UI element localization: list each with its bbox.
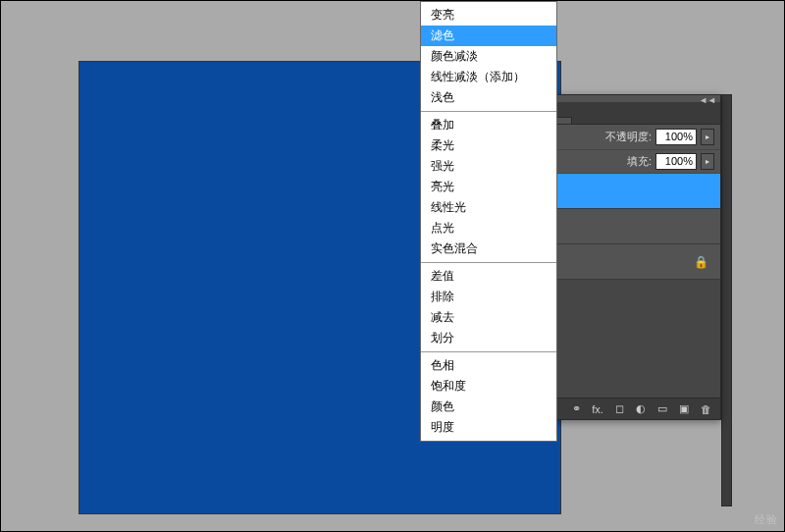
blend-item-hard-light[interactable]: 强光: [421, 156, 556, 177]
blend-item-lighter-color[interactable]: 浅色: [421, 87, 556, 108]
blend-group-lighten: 变亮 滤色 颜色减淡 线性减淡（添加） 浅色: [421, 2, 556, 112]
blend-item-soft-light[interactable]: 柔光: [421, 135, 556, 156]
blend-item-subtract[interactable]: 减去: [421, 307, 556, 328]
blend-item-lighten[interactable]: 变亮: [421, 5, 556, 26]
layer-row-active[interactable]: [550, 174, 720, 209]
blend-item-color[interactable]: 颜色: [421, 397, 556, 417]
blend-mode-dropdown: 变亮 滤色 颜色减淡 线性减淡（添加） 浅色 叠加 柔光 强光 亮光 线性光 点…: [420, 1, 557, 442]
blend-group-difference: 差值 排除 减去 划分: [421, 263, 556, 352]
fill-arrow-icon[interactable]: ▸: [701, 153, 714, 170]
blend-group-component: 色相 饱和度 颜色 明度: [421, 352, 556, 441]
opacity-value[interactable]: 100%: [655, 129, 697, 145]
mask-icon[interactable]: ◻: [610, 401, 628, 417]
blend-item-screen[interactable]: 滤色: [421, 26, 556, 46]
blend-group-overlay: 叠加 柔光 强光 亮光 线性光 点光 实色混合: [421, 112, 556, 263]
collapse-icon[interactable]: ◄◄: [699, 95, 716, 105]
new-layer-icon[interactable]: ▣: [675, 401, 693, 417]
trash-icon[interactable]: 🗑: [697, 401, 714, 417]
blend-item-hard-mix[interactable]: 实色混合: [421, 239, 556, 259]
adjustment-icon[interactable]: ◐: [632, 401, 650, 417]
opacity-label: 不透明度:: [605, 130, 652, 144]
lock-icon: 🔒: [694, 255, 708, 269]
blend-item-color-dodge[interactable]: 颜色减淡: [421, 46, 556, 67]
blend-item-luminosity[interactable]: 明度: [421, 417, 556, 438]
layers-empty-area: [550, 280, 720, 398]
layers-panel: ◄◄ 不透明度: 100% ▸ 填充: 100% ▸ 🔒 ⚭ fx. ◻ ◐ ▭…: [550, 94, 721, 420]
panel-footer: ⚭ fx. ◻ ◐ ▭ ▣ 🗑: [550, 398, 720, 419]
blend-item-pin-light[interactable]: 点光: [421, 218, 556, 239]
blend-item-divide[interactable]: 划分: [421, 328, 556, 348]
folder-icon[interactable]: ▭: [654, 401, 671, 417]
lock-row: 填充: 100% ▸: [550, 150, 720, 174]
opacity-row: 不透明度: 100% ▸: [550, 125, 720, 150]
blend-item-linear-dodge[interactable]: 线性减淡（添加）: [421, 67, 556, 87]
panel-dock-strip[interactable]: [721, 94, 732, 506]
panel-tabs: [550, 103, 720, 125]
fx-icon[interactable]: fx.: [589, 401, 606, 417]
fill-label: 填充:: [627, 154, 652, 169]
watermark-text: 经验: [755, 512, 778, 527]
blend-item-difference[interactable]: 差值: [421, 266, 556, 287]
layer-row[interactable]: [550, 209, 720, 244]
blend-item-vivid-light[interactable]: 亮光: [421, 177, 556, 197]
blend-item-hue[interactable]: 色相: [421, 355, 556, 376]
panel-header[interactable]: ◄◄: [550, 95, 720, 103]
blend-item-exclusion[interactable]: 排除: [421, 287, 556, 307]
fill-value[interactable]: 100%: [655, 153, 697, 170]
blend-item-overlay[interactable]: 叠加: [421, 115, 556, 135]
layer-row-background[interactable]: 🔒: [550, 244, 720, 280]
blend-item-saturation[interactable]: 饱和度: [421, 376, 556, 397]
opacity-arrow-icon[interactable]: ▸: [701, 129, 714, 145]
blend-item-linear-light[interactable]: 线性光: [421, 197, 556, 218]
layers-area: 🔒: [550, 174, 720, 398]
link-layers-icon[interactable]: ⚭: [567, 401, 585, 417]
